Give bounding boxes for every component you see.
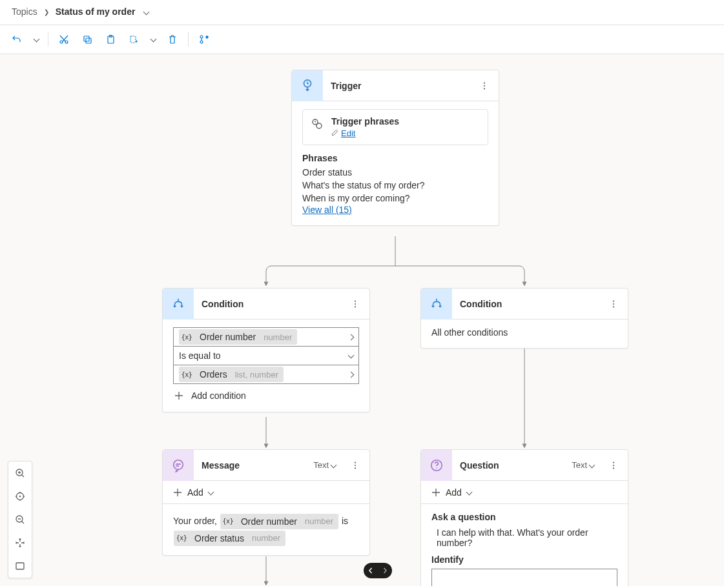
prev-variation-button[interactable] <box>364 563 378 578</box>
question-icon <box>421 450 452 481</box>
more-button[interactable] <box>606 458 621 473</box>
paste-dropdown[interactable] <box>147 29 160 50</box>
question-add-button[interactable]: Add <box>421 481 628 504</box>
undo-dropdown[interactable] <box>30 29 43 50</box>
zoom-in-button[interactable] <box>8 461 32 485</box>
next-variation-button[interactable] <box>378 563 392 578</box>
chevron-right-icon <box>349 334 353 341</box>
svg-point-25 <box>355 467 356 469</box>
format-label: Text <box>572 460 587 470</box>
breadcrumb-dropdown[interactable] <box>144 6 149 17</box>
message-icon <box>163 450 194 481</box>
toolbar-separator <box>188 32 189 46</box>
variable-name: Order number <box>197 332 258 342</box>
zoom-out-button[interactable] <box>8 508 32 531</box>
copy-button[interactable] <box>77 29 98 50</box>
undo-button[interactable] <box>6 29 27 50</box>
condition-title: Condition <box>202 299 340 309</box>
variable-chip: {x} Order number number <box>179 329 297 345</box>
svg-point-22 <box>174 460 183 469</box>
phrases-icon <box>311 117 324 132</box>
chevron-down-icon <box>209 487 213 498</box>
cut-button[interactable] <box>54 29 74 50</box>
variable-icon: {x} <box>180 368 193 381</box>
condition-operator-picker[interactable]: Is equal to <box>173 346 359 365</box>
message-text-segment: is <box>342 516 348 526</box>
chevron-down-icon <box>590 460 594 470</box>
edit-phrases-link[interactable]: Edit <box>331 128 355 138</box>
trigger-phrases-card[interactable]: Trigger phrases Edit <box>302 109 488 145</box>
identify-label: Identify <box>431 554 617 565</box>
format-label: Text <box>313 460 329 470</box>
add-condition-label: Add condition <box>191 390 246 401</box>
minimap-button[interactable] <box>8 554 32 578</box>
variation-nav-pill <box>364 563 392 578</box>
variable-name: Orders <box>197 369 230 380</box>
svg-rect-6 <box>130 36 136 43</box>
toolbar <box>0 25 724 54</box>
paste-special-button[interactable] <box>123 29 144 50</box>
question-prompt-text[interactable]: I can help with that. What's your order … <box>431 526 617 554</box>
variable-name: Order number <box>238 514 300 529</box>
condition-title: Condition <box>460 299 598 309</box>
paste-button[interactable] <box>100 29 121 50</box>
condition-variable-picker[interactable]: {x} Order number number <box>173 327 359 347</box>
svg-point-29 <box>613 464 614 465</box>
svg-point-33 <box>19 496 21 497</box>
delete-button[interactable] <box>162 29 183 50</box>
condition-icon <box>421 289 452 319</box>
chevron-down-icon <box>349 352 353 360</box>
svg-point-21 <box>613 306 614 307</box>
operator-label: Is equal to <box>179 350 221 361</box>
fit-button[interactable] <box>8 485 32 508</box>
more-button[interactable] <box>606 296 621 312</box>
plus-icon <box>173 390 185 401</box>
add-label: Add <box>446 487 462 498</box>
condition-node-left: Condition {x} Order number number <box>162 288 370 412</box>
reset-view-button[interactable] <box>8 531 32 554</box>
phrases-heading: Phrases <box>302 153 488 163</box>
variable-type: number <box>304 514 337 529</box>
pencil-icon <box>331 128 338 138</box>
all-other-conditions-label: All other conditions <box>431 327 508 338</box>
variable-type: list, number <box>234 370 282 380</box>
more-button[interactable] <box>347 458 363 473</box>
condition-icon <box>163 289 194 319</box>
plus-icon <box>172 487 183 498</box>
svg-point-27 <box>436 467 437 468</box>
variables-button[interactable] <box>194 29 214 50</box>
breadcrumb-root-link[interactable]: Topics <box>12 6 37 17</box>
variable-type: number <box>251 531 284 546</box>
more-button[interactable] <box>477 78 492 94</box>
message-add-button[interactable]: Add <box>163 481 369 504</box>
trigger-phrase: When is my order coming? <box>302 192 488 205</box>
authoring-canvas[interactable]: Trigger Trigger phrases <box>0 54 724 586</box>
variable-type: number <box>262 332 296 342</box>
message-text-editor[interactable]: Your order, {x} Order number number is {… <box>163 504 369 555</box>
condition-value-picker[interactable]: {x} Orders list, number <box>173 365 359 384</box>
more-button[interactable] <box>347 296 363 312</box>
zoom-controls <box>8 461 32 578</box>
condition-node-right: Condition All other conditions <box>420 288 628 349</box>
variable-chip[interactable]: {x} Order number number <box>220 514 338 529</box>
variable-chip: {x} Orders list, number <box>179 367 284 382</box>
svg-point-19 <box>613 300 614 301</box>
trigger-title: Trigger <box>331 81 469 91</box>
svg-point-20 <box>613 303 614 304</box>
svg-point-17 <box>355 303 356 304</box>
question-format-picker[interactable]: Text <box>572 460 594 470</box>
variable-chip[interactable]: {x} Order status number <box>174 531 285 546</box>
identify-picker[interactable] <box>431 569 617 586</box>
add-condition-button[interactable]: Add condition <box>173 383 359 401</box>
trigger-node: Trigger Trigger phrases <box>291 70 499 226</box>
edit-label: Edit <box>341 128 355 138</box>
chevron-right-icon <box>349 371 353 378</box>
view-all-phrases-link[interactable]: View all (15) <box>302 205 352 215</box>
question-title: Question <box>460 460 564 471</box>
toolbar-separator <box>48 32 48 46</box>
trigger-phrases-title: Trigger phrases <box>331 116 399 127</box>
add-label: Add <box>187 487 203 498</box>
svg-rect-2 <box>84 36 89 41</box>
breadcrumb-current: Status of my order <box>56 6 136 17</box>
message-format-picker[interactable]: Text <box>313 460 336 470</box>
